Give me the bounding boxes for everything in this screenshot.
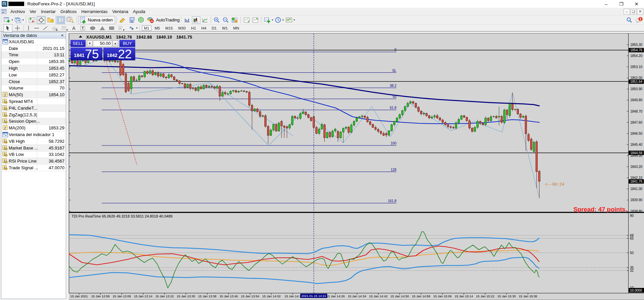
svg-text:65: 65 — [630, 237, 634, 240]
svg-text:1842.10: 1842.10 — [630, 176, 643, 180]
svg-text:1850.90: 1850.90 — [630, 87, 643, 91]
svg-text:SL: SL — [392, 69, 397, 72]
svg-text:XAUUSD,M1 1842.76 1842.88 1: XAUUSD,M1 1842.76 1842.88 1840.10 1841.7… — [86, 35, 192, 40]
svg-text:F: F — [123, 29, 125, 31]
svg-text:15 Jan 13:22: 15 Jan 13:22 — [155, 294, 174, 298]
svg-text:A: A — [72, 25, 76, 31]
svg-text:1844.58: 1844.58 — [630, 151, 643, 155]
svg-text:1839.90: 1839.90 — [630, 198, 643, 202]
svg-text:15 Jan 14:58: 15 Jan 14:58 — [412, 294, 430, 298]
svg-text:15 Jan 15:30: 15 Jan 15:30 — [497, 294, 516, 298]
svg-text:1851.64: 1851.64 — [630, 80, 643, 83]
svg-text:15 Jan 15:14: 15 Jan 15:14 — [455, 294, 473, 298]
svg-text:15 Jan 13:14: 15 Jan 13:14 — [134, 294, 152, 298]
svg-text:15 Jan 14:1: 15 Jan 14:1 — [285, 294, 301, 298]
svg-text:T: T — [82, 26, 84, 30]
svg-text:15 Jan 15:06: 15 Jan 15:06 — [433, 294, 452, 298]
svg-text:61.8: 61.8 — [390, 106, 397, 110]
svg-text:1855.30: 1855.30 — [630, 43, 643, 47]
svg-text:15 Jan 13:46: 15 Jan 13:46 — [219, 294, 238, 298]
svg-text:1854.20: 1854.20 — [630, 54, 643, 58]
svg-text:15 Jan 12:58: 15 Jan 12:58 — [91, 294, 110, 298]
svg-text:1841.00: 1841.00 — [630, 187, 643, 191]
svg-text:1847.60: 1847.60 — [630, 121, 643, 124]
svg-text:2021.01.15 14:21: 2021.01.15 14:21 — [301, 294, 326, 298]
svg-text:15 Jan 13:54: 15 Jan 13:54 — [241, 294, 259, 298]
svg-text:1853.10: 1853.10 — [630, 65, 643, 69]
svg-text:1841.75: 1841.75 — [630, 180, 643, 183]
svg-text:15 Jan 14:50: 15 Jan 14:50 — [391, 294, 409, 298]
svg-text:15 Jan 13:38: 15 Jan 13:38 — [198, 294, 216, 298]
svg-text:1845.40: 1845.40 — [630, 143, 643, 146]
svg-text:15 Jan 13:30: 15 Jan 13:30 — [177, 294, 195, 298]
svg-text:15 Jan 15:38: 15 Jan 15:38 — [519, 294, 537, 298]
svg-text:15 Jan 2021: 15 Jan 2021 — [70, 294, 88, 298]
svg-text:0: 0 — [394, 48, 396, 52]
svg-text:1: 1 — [639, 17, 641, 21]
svg-text:10.0000: 10.0000 — [630, 289, 642, 292]
svg-text:1848.70: 1848.70 — [630, 110, 643, 113]
svg-text:<--00:24: <--00:24 — [545, 182, 564, 187]
svg-text:1843.20: 1843.20 — [630, 165, 643, 169]
svg-text:E: E — [56, 29, 58, 31]
svg-text:15 Jan 14:34: 15 Jan 14:34 — [348, 294, 366, 298]
svg-text:F: F — [66, 29, 68, 31]
svg-text:TDI Pro RealTime 65.0626 49.32: TDI Pro RealTime 65.0626 49.3218 33.5811… — [71, 214, 172, 218]
svg-text:100: 100 — [391, 141, 396, 145]
svg-text:Spread: 47 points.: Spread: 47 points. — [574, 206, 627, 213]
svg-text:15 Jan 14:02: 15 Jan 14:02 — [262, 294, 281, 298]
svg-text:32: 32 — [630, 269, 634, 273]
svg-text:15 Jan 14:42: 15 Jan 14:42 — [369, 294, 388, 298]
svg-text:15 Jan 14:26: 15 Jan 14:26 — [326, 294, 345, 298]
svg-text:161.8: 161.8 — [388, 199, 396, 203]
svg-text:90: 90 — [630, 214, 634, 218]
svg-text:1846.50: 1846.50 — [630, 132, 643, 135]
svg-text:15 Jan 15:22: 15 Jan 15:22 — [476, 294, 494, 298]
svg-text:50: 50 — [630, 251, 634, 255]
svg-text:1852.00: 1852.00 — [630, 76, 643, 80]
svg-text:15 Jan 13:06: 15 Jan 13:06 — [112, 294, 131, 298]
svg-text:1838.80: 1838.80 — [630, 209, 643, 213]
svg-text:38.2: 38.2 — [390, 84, 397, 87]
svg-text:1854.76: 1854.76 — [630, 48, 643, 52]
svg-text:1849.80: 1849.80 — [630, 98, 643, 102]
svg-text:128: 128 — [391, 168, 396, 172]
